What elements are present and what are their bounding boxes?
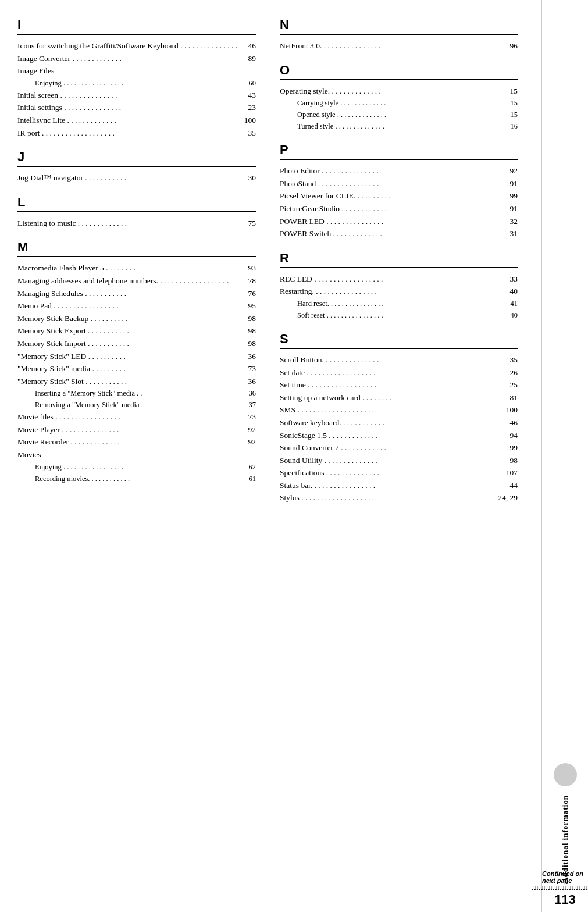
section-header-R: R <box>280 251 518 266</box>
entry-movie-files: Movie files . . . . . . . . . . . . . . … <box>17 411 256 423</box>
entry-set-time: Set time . . . . . . . . . . . . . . . .… <box>280 379 518 391</box>
entry-status-bar: Status bar. . . . . . . . . . . . . . . … <box>280 479 518 492</box>
entry-image-files: Image Files <box>17 65 256 77</box>
bottom-dots: ♩♩♩♩♩♩♩♩♩♩♩♩♩♩♩♩♩♩♩♩♩♩♩♩♩♩♩♩♩ <box>532 885 589 891</box>
entry-movie-player: Movie Player . . . . . . . . . . . . . .… <box>17 423 256 436</box>
page-container: I Icons for switching the Graffiti/Softw… <box>0 0 588 912</box>
entry-set-date: Set date . . . . . . . . . . . . . . . .… <box>280 366 518 379</box>
entry-memory-stick-media: "Memory Stick" media . . . . . . . . . 7… <box>17 362 256 375</box>
entry-memory-stick-backup: Memory Stick Backup . . . . . . . . . . … <box>17 312 256 325</box>
entry-sound-converter: Sound Converter 2 . . . . . . . . . . . … <box>280 441 518 454</box>
continued-text: Continued on next page <box>542 870 588 884</box>
entry-soft-reset: Soft reset . . . . . . . . . . . . . . .… <box>280 309 518 321</box>
section-P: P Photo Editor . . . . . . . . . . . . .… <box>280 142 518 240</box>
footer: Continued on next page ♩♩♩♩♩♩♩♩♩♩♩♩♩♩♩♩♩… <box>542 867 588 912</box>
section-divider-O <box>280 79 518 80</box>
left-column: I Icons for switching the Graffiti/Softw… <box>17 17 268 895</box>
entry-jog-dial: Jog Dial™ navigator . . . . . . . . . . … <box>17 172 256 184</box>
section-header-S: S <box>280 332 518 347</box>
entry-inserting-memory-stick: Inserting a "Memory Stick" media . . 36 <box>17 387 256 399</box>
section-J: J Jog Dial™ navigator . . . . . . . . . … <box>17 149 256 184</box>
section-I: I Icons for switching the Graffiti/Softw… <box>17 17 256 139</box>
entry-carrying-style: Carrying style . . . . . . . . . . . . .… <box>280 97 518 109</box>
section-N: N NetFront 3.0. . . . . . . . . . . . . … <box>280 17 518 52</box>
section-header-P: P <box>280 142 518 158</box>
section-divider-I <box>17 34 256 35</box>
entry-stylus: Stylus . . . . . . . . . . . . . . . . .… <box>280 491 518 504</box>
entry-macromedia: Macromedia Flash Player 5 . . . . . . . … <box>17 262 256 275</box>
section-header-M: M <box>17 240 256 255</box>
entry-listening-music: Listening to music . . . . . . . . . . .… <box>17 217 256 230</box>
entry-icons-switching: Icons for switching the Graffiti/Softwar… <box>17 40 256 52</box>
section-divider-L <box>17 211 256 212</box>
section-O: O Operating style. . . . . . . . . . . .… <box>280 63 518 133</box>
entry-ir-port: IR port . . . . . . . . . . . . . . . . … <box>17 127 256 140</box>
entry-memory-stick-import: Memory Stick Import . . . . . . . . . . … <box>17 337 256 350</box>
section-divider-N <box>280 34 518 35</box>
section-divider-M <box>17 256 256 257</box>
entry-sms: SMS . . . . . . . . . . . . . . . . . . … <box>280 404 518 416</box>
entry-memo-pad: Memo Pad . . . . . . . . . . . . . . . .… <box>17 300 256 312</box>
entry-movies: Movies <box>17 448 256 461</box>
section-S: S Scroll Button. . . . . . . . . . . . .… <box>280 332 518 504</box>
section-divider-S <box>280 348 518 349</box>
entry-sound-utility: Sound Utility . . . . . . . . . . . . . … <box>280 454 518 467</box>
entry-sonicstage: SonicStage 1.5 . . . . . . . . . . . . .… <box>280 429 518 442</box>
section-L: L Listening to music . . . . . . . . . .… <box>17 195 256 230</box>
entry-turned-style: Turned style . . . . . . . . . . . . . .… <box>280 120 518 132</box>
section-M: M Macromedia Flash Player 5 . . . . . . … <box>17 240 256 484</box>
entry-setting-up-network: Setting up a network card . . . . . . . … <box>280 391 518 404</box>
entry-power-switch: POWER Switch . . . . . . . . . . . . . 3… <box>280 227 518 240</box>
entry-opened-style: Opened style . . . . . . . . . . . . . .… <box>280 109 518 120</box>
entry-scroll-button: Scroll Button. . . . . . . . . . . . . .… <box>280 354 518 366</box>
entry-power-led: POWER LED . . . . . . . . . . . . . . . … <box>280 215 518 228</box>
section-header-N: N <box>280 17 518 33</box>
entry-rec-led: REC LED . . . . . . . . . . . . . . . . … <box>280 273 518 286</box>
entry-picsel-viewer: Picsel Viewer for CLIE. . . . . . . . . … <box>280 190 518 202</box>
entry-managing-schedules: Managing Schedules . . . . . . . . . . .… <box>17 287 256 300</box>
entry-memory-stick-export: Memory Stick Export . . . . . . . . . . … <box>17 325 256 337</box>
entry-netfront: NetFront 3.0. . . . . . . . . . . . . . … <box>280 40 518 52</box>
entry-specifications: Specifications . . . . . . . . . . . . .… <box>280 466 518 479</box>
entry-memory-stick-slot: "Memory Stick" Slot . . . . . . . . . . … <box>17 375 256 388</box>
entry-restarting: Restarting. . . . . . . . . . . . . . . … <box>280 285 518 298</box>
section-header-L: L <box>17 195 256 210</box>
entry-movies-enjoying: Enjoying . . . . . . . . . . . . . . . .… <box>17 461 256 473</box>
entry-photostand: PhotoStand . . . . . . . . . . . . . . .… <box>280 177 518 190</box>
section-divider-P <box>280 159 518 160</box>
scroll-indicator <box>554 763 577 786</box>
entry-managing-addresses: Managing addresses and telephone numbers… <box>17 275 256 287</box>
entry-operating-style: Operating style. . . . . . . . . . . . .… <box>280 85 518 98</box>
entry-image-files-enjoying: Enjoying . . . . . . . . . . . . . . . .… <box>17 77 256 89</box>
entry-image-converter: Image Converter . . . . . . . . . . . . … <box>17 52 256 65</box>
entry-memory-stick-led: "Memory Stick" LED . . . . . . . . . . 3… <box>17 350 256 363</box>
entry-picturegear-studio: PictureGear Studio . . . . . . . . . . .… <box>280 202 518 215</box>
entry-hard-reset: Hard reset. . . . . . . . . . . . . . . … <box>280 298 518 309</box>
sidebar: Additional information Continued on next… <box>541 0 588 912</box>
entry-removing-memory-stick: Removing a "Memory Stick" media . 37 <box>17 399 256 411</box>
section-header-J: J <box>17 149 256 165</box>
entry-initial-screen: Initial screen . . . . . . . . . . . . .… <box>17 89 256 102</box>
section-divider-J <box>17 166 256 167</box>
main-content: I Icons for switching the Graffiti/Softw… <box>0 0 541 912</box>
page-number: 113 <box>554 892 576 907</box>
entry-movie-recorder: Movie Recorder . . . . . . . . . . . . .… <box>17 436 256 448</box>
section-R: R REC LED . . . . . . . . . . . . . . . … <box>280 251 518 321</box>
section-header-O: O <box>280 63 518 78</box>
entry-initial-settings: Initial settings . . . . . . . . . . . .… <box>17 101 256 114</box>
right-column: N NetFront 3.0. . . . . . . . . . . . . … <box>268 17 518 895</box>
section-divider-R <box>280 267 518 268</box>
entry-recording-movies: Recording movies. . . . . . . . . . . . … <box>17 473 256 484</box>
section-header-I: I <box>17 17 256 33</box>
entry-photo-editor: Photo Editor . . . . . . . . . . . . . .… <box>280 165 518 177</box>
entry-intellisync: Intellisync Lite . . . . . . . . . . . .… <box>17 114 256 127</box>
entry-software-keyboard: Software keyboard. . . . . . . . . . . .… <box>280 416 518 429</box>
